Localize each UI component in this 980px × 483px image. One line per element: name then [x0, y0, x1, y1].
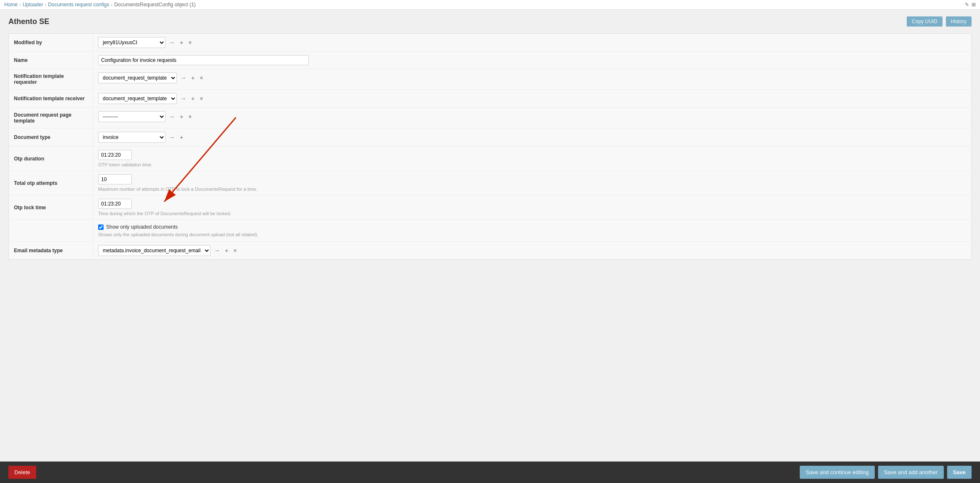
otp-lock-time-controls: [98, 199, 966, 209]
notif-template-requester-arrow-btn[interactable]: →: [179, 74, 188, 82]
otp-duration-input[interactable]: [98, 150, 132, 160]
doc-request-page-template-controls: --------- → + ×: [98, 111, 966, 122]
notif-template-receiver-controls: document_request_template → + ×: [98, 93, 966, 104]
breadcrumb-sep-3: ›: [111, 2, 112, 7]
notif-template-receiver-clear-btn[interactable]: ×: [198, 95, 205, 102]
doc-request-page-template-select[interactable]: ---------: [98, 111, 166, 122]
modified-by-controls: jerry81UyxusCI → + ×: [98, 37, 966, 48]
doc-request-page-template-clear-btn[interactable]: ×: [187, 113, 193, 120]
show-only-uploaded-label-spacer: [9, 220, 93, 241]
save-add-button[interactable]: Save and add another: [878, 466, 944, 479]
document-type-select[interactable]: invoice: [98, 132, 166, 143]
name-input[interactable]: [98, 55, 309, 65]
modified-by-add-btn[interactable]: +: [178, 39, 185, 46]
save-continue-button[interactable]: Save and continue editing: [800, 466, 875, 479]
show-only-uploaded-label[interactable]: Show only uploaded documents: [98, 224, 966, 230]
breadcrumb-sep-1: ›: [19, 2, 21, 7]
email-metadata-type-row: Email metadata type metadata.invoice_doc…: [9, 242, 971, 259]
name-controls: [98, 55, 966, 65]
modified-by-arrow-btn[interactable]: →: [167, 39, 176, 46]
bottom-right-buttons: Save and continue editing Save and add a…: [800, 466, 972, 479]
document-type-controls: invoice → +: [98, 132, 966, 143]
total-otp-attempts-input[interactable]: [98, 174, 132, 184]
name-value: [93, 52, 971, 69]
breadcrumb-current: DocumentsRequestConfig object (1): [114, 2, 195, 8]
email-metadata-type-value: metadata.invoice_document_request_email …: [93, 242, 971, 259]
header-buttons: Copy UUID History: [907, 16, 972, 27]
modified-by-value: jerry81UyxusCI → + ×: [93, 34, 971, 51]
notif-template-requester-select[interactable]: document_request_template: [98, 72, 177, 83]
email-metadata-type-controls: metadata.invoice_document_request_email …: [98, 245, 966, 256]
notif-template-receiver-row: Notification template receiver document_…: [9, 90, 971, 108]
show-only-uploaded-text: Show only uploaded documents: [106, 224, 178, 230]
save-button[interactable]: Save: [947, 466, 972, 479]
show-only-uploaded-checkbox[interactable]: [98, 224, 104, 230]
top-bar-icon-1: ✎: [965, 2, 969, 8]
copy-uuid-button[interactable]: Copy UUID: [907, 16, 943, 27]
notif-template-receiver-label: Notification template receiver: [9, 90, 93, 107]
total-otp-attempts-help: Maximum number of attempts in OTP to loc…: [98, 187, 966, 192]
document-type-value: invoice → +: [93, 128, 971, 146]
page-title: Athento SE: [8, 17, 49, 26]
doc-request-page-template-row: Document request page template ---------…: [9, 108, 971, 128]
breadcrumb-sep-2: ›: [45, 2, 46, 7]
show-only-uploaded-row: Show only uploaded documents Shows only …: [9, 220, 971, 242]
otp-duration-row: Otp duration OTP token validation time.: [9, 147, 971, 171]
modified-by-select[interactable]: jerry81UyxusCI: [98, 37, 166, 48]
otp-lock-time-label: Otp lock time: [9, 195, 93, 219]
notif-template-receiver-select[interactable]: document_request_template: [98, 93, 177, 104]
notif-template-requester-value: document_request_template → + ×: [93, 69, 971, 87]
total-otp-attempts-value: Maximum number of attempts in OTP to loc…: [93, 171, 971, 195]
show-only-uploaded-container: Show only uploaded documents Shows only …: [93, 220, 971, 241]
email-metadata-type-clear-btn[interactable]: ×: [232, 247, 238, 254]
document-type-row: Document type invoice → +: [9, 128, 971, 147]
form-section: Modified by jerry81UyxusCI → + × Name: [8, 33, 972, 260]
email-metadata-type-select[interactable]: metadata.invoice_document_request_email: [98, 245, 211, 256]
name-label: Name: [9, 52, 93, 69]
document-type-label: Document type: [9, 128, 93, 146]
notif-template-receiver-value: document_request_template → + ×: [93, 90, 971, 107]
otp-lock-time-row: Otp lock time Time during which the OTP …: [9, 195, 971, 220]
history-button[interactable]: History: [946, 16, 972, 27]
otp-lock-time-help: Time during which the OTP of DocumentsRe…: [98, 211, 966, 216]
otp-duration-label: Otp duration: [9, 147, 93, 171]
doc-request-page-template-label: Document request page template: [9, 108, 93, 128]
otp-duration-value: OTP token validation time.: [93, 147, 971, 171]
total-otp-attempts-controls: [98, 174, 966, 184]
notif-template-requester-row: Notification template requester document…: [9, 69, 971, 90]
delete-button[interactable]: Delete: [8, 466, 36, 479]
notif-template-receiver-add-btn[interactable]: +: [190, 95, 196, 102]
doc-request-page-template-arrow-btn[interactable]: →: [167, 113, 176, 120]
top-bar-right: ✎ ⊞: [965, 2, 976, 8]
notif-template-requester-add-btn[interactable]: +: [190, 74, 196, 82]
email-metadata-type-arrow-btn[interactable]: →: [212, 247, 222, 254]
form-area: Modified by jerry81UyxusCI → + × Name: [8, 33, 972, 260]
notif-template-requester-controls: document_request_template → + ×: [98, 72, 966, 83]
otp-duration-help: OTP token validation time.: [98, 162, 966, 167]
modified-by-label: Modified by: [9, 34, 93, 51]
show-only-uploaded-help: Shows only the uploaded documents during…: [98, 232, 966, 237]
email-metadata-type-label: Email metadata type: [9, 242, 93, 259]
breadcrumb: Home › Uploader › Documents request conf…: [4, 2, 196, 8]
breadcrumb-uploader[interactable]: Uploader: [23, 2, 43, 8]
document-type-add-btn[interactable]: +: [178, 133, 185, 141]
modified-by-clear-btn[interactable]: ×: [187, 39, 193, 46]
name-row: Name: [9, 52, 971, 69]
doc-request-page-template-add-btn[interactable]: +: [178, 113, 185, 120]
doc-request-page-template-value: --------- → + ×: [93, 108, 971, 125]
email-metadata-type-add-btn[interactable]: +: [223, 247, 230, 254]
breadcrumb-docs-request-configs[interactable]: Documents request configs: [48, 2, 109, 8]
main-content: Athento SE Copy UUID History Modified by…: [0, 10, 980, 292]
total-otp-attempts-row: Total otp attempts Maximum number of att…: [9, 171, 971, 195]
notif-template-requester-label: Notification template requester: [9, 69, 93, 89]
otp-lock-time-input[interactable]: [98, 199, 132, 209]
notif-template-receiver-arrow-btn[interactable]: →: [179, 95, 188, 102]
total-otp-attempts-label: Total otp attempts: [9, 171, 93, 195]
breadcrumb-home[interactable]: Home: [4, 2, 18, 8]
top-bar: Home › Uploader › Documents request conf…: [0, 0, 980, 10]
otp-lock-time-value: Time during which the OTP of DocumentsRe…: [93, 195, 971, 219]
notif-template-requester-clear-btn[interactable]: ×: [198, 74, 205, 82]
page-header: Athento SE Copy UUID History: [8, 16, 972, 27]
modified-by-row: Modified by jerry81UyxusCI → + ×: [9, 34, 971, 52]
document-type-arrow-btn[interactable]: →: [167, 133, 176, 141]
